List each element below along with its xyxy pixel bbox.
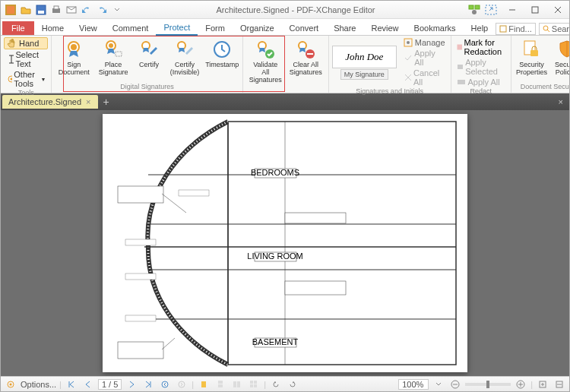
close-button[interactable] xyxy=(546,2,569,18)
app-icon[interactable] xyxy=(4,3,17,17)
zoom-slider[interactable] xyxy=(465,383,511,386)
maximize-button[interactable] xyxy=(524,2,546,18)
prev-page-button[interactable] xyxy=(81,378,95,390)
document-page: BEDROOMS LIVING ROOM BASEMENT xyxy=(103,114,467,372)
sign-document-button[interactable]: Sign Document xyxy=(55,37,93,83)
mail-icon[interactable] xyxy=(65,3,78,17)
tab-view[interactable]: View xyxy=(71,21,105,35)
prev-view-button[interactable] xyxy=(158,378,172,390)
svg-text:LIVING ROOM: LIVING ROOM xyxy=(247,251,302,261)
fit-width-icon[interactable] xyxy=(553,378,566,390)
find-box[interactable]: Find... xyxy=(496,23,536,35)
document-viewport[interactable]: BEDROOMS LIVING ROOM BASEMENT xyxy=(1,110,569,376)
last-page-button[interactable] xyxy=(141,378,155,390)
certify-button[interactable]: Certify xyxy=(134,37,164,83)
next-page-button[interactable] xyxy=(125,378,138,390)
apply-all-redaction: Apply All xyxy=(454,77,502,87)
document-tab[interactable]: Architecture.Signed × xyxy=(2,95,98,109)
options-label[interactable]: Options... xyxy=(21,380,56,389)
svg-rect-12 xyxy=(532,7,538,13)
svg-rect-70 xyxy=(233,381,236,387)
status-bar: Options... | 1 / 5 | | 100% | xyxy=(1,376,569,391)
options-gear-icon[interactable] xyxy=(4,378,17,390)
ribbon-place-icon xyxy=(103,39,124,60)
close-panel-icon[interactable]: × xyxy=(553,97,569,106)
my-signature-button[interactable]: My Signature xyxy=(340,69,388,80)
tools-group: Hand Select Text Other Tools▼ Tools xyxy=(1,36,52,93)
layout-facing-icon[interactable] xyxy=(230,378,244,390)
select-text-tool[interactable]: Select Text xyxy=(4,49,48,69)
tab-form[interactable]: Form xyxy=(198,21,233,35)
undo-icon[interactable] xyxy=(80,3,93,17)
open-icon[interactable] xyxy=(19,3,33,17)
page-number-field[interactable]: 1 / 5 xyxy=(98,379,122,390)
qat-dropdown-icon[interactable] xyxy=(110,3,124,17)
layout-facing-cont-icon[interactable] xyxy=(247,378,261,390)
add-tab-button[interactable]: + xyxy=(98,96,113,108)
signature-preview[interactable]: John Doe xyxy=(332,46,397,68)
launch-icon[interactable] xyxy=(484,3,498,17)
svg-rect-38 xyxy=(530,50,538,56)
close-tab-icon[interactable]: × xyxy=(86,97,90,106)
minimize-button[interactable] xyxy=(501,2,524,18)
tab-comment[interactable]: Comment xyxy=(105,21,157,35)
svg-rect-10 xyxy=(486,5,496,14)
layout-single-icon[interactable] xyxy=(197,378,211,390)
tab-protect[interactable]: Protect xyxy=(156,21,198,36)
svg-point-22 xyxy=(109,43,113,48)
tab-share[interactable]: Share xyxy=(326,21,363,35)
rotate-cw-icon[interactable] xyxy=(286,378,299,390)
security-policies-button[interactable]: Security Policies xyxy=(550,37,570,83)
svg-rect-36 xyxy=(458,80,465,84)
ui-options-icon[interactable] xyxy=(467,3,481,17)
print-icon[interactable] xyxy=(49,3,63,17)
next-view-button[interactable] xyxy=(175,378,188,390)
svg-rect-55 xyxy=(118,186,163,203)
validate-all-button[interactable]: Validate All Signatures xyxy=(246,37,285,85)
tab-review[interactable]: Review xyxy=(363,21,406,35)
manage-icon xyxy=(404,38,413,47)
apply-selected-redaction: Apply Selected xyxy=(454,57,508,77)
file-tab[interactable]: File xyxy=(2,21,34,35)
tab-help[interactable]: Help xyxy=(464,21,496,35)
svg-rect-69 xyxy=(218,384,223,387)
other-tools[interactable]: Other Tools▼ xyxy=(4,69,48,89)
tab-convert[interactable]: Convert xyxy=(282,21,327,35)
clear-all-button[interactable]: Clear All Signatures xyxy=(287,37,325,85)
manage-signatures[interactable]: Manage xyxy=(401,37,448,48)
security-properties-button[interactable]: Security Properties xyxy=(515,37,549,83)
zoom-out-button[interactable] xyxy=(448,378,462,390)
tab-bookmarks[interactable]: Bookmarks xyxy=(407,21,464,35)
zoom-in-button[interactable] xyxy=(514,378,527,390)
search-label: Search... xyxy=(552,24,570,33)
timestamp-button[interactable]: Timestamp xyxy=(205,37,239,83)
svg-point-64 xyxy=(10,383,12,385)
hand-tool[interactable]: Hand xyxy=(4,37,48,49)
digsig-label: Digital Signatures xyxy=(120,83,174,91)
validate-clear-group: Validate All Signatures Clear All Signat… xyxy=(243,36,329,93)
tab-home[interactable]: Home xyxy=(34,21,71,35)
mark-redaction[interactable]: Mark for Redaction xyxy=(454,37,508,57)
zoom-dropdown-icon[interactable] xyxy=(432,378,445,390)
svg-rect-3 xyxy=(38,11,44,14)
svg-line-57 xyxy=(162,194,186,213)
svg-rect-23 xyxy=(116,52,122,56)
save-icon[interactable] xyxy=(34,3,48,17)
redact-group: Mark for Redaction Apply Selected Apply … xyxy=(451,36,512,93)
redo-icon[interactable] xyxy=(95,3,109,17)
shield-icon xyxy=(556,39,570,60)
rotate-ccw-icon[interactable] xyxy=(269,378,283,390)
first-page-button[interactable] xyxy=(65,378,78,390)
zoom-field[interactable]: 100% xyxy=(398,379,429,390)
redact-mark-icon xyxy=(457,43,462,52)
tab-organize[interactable]: Organize xyxy=(233,21,282,35)
search-box[interactable]: Search... xyxy=(539,23,570,35)
certify-invisible-button[interactable]: Certify (Invisible) xyxy=(166,37,204,83)
layout-continuous-icon[interactable] xyxy=(214,378,227,390)
fit-page-icon[interactable] xyxy=(536,378,549,390)
svg-rect-68 xyxy=(218,381,223,384)
place-signature-button[interactable]: Place Signature xyxy=(94,37,132,83)
cancel-all-signatures: Cancel All xyxy=(401,68,448,87)
svg-rect-13 xyxy=(500,26,506,32)
redact-label: Redact xyxy=(470,87,492,96)
